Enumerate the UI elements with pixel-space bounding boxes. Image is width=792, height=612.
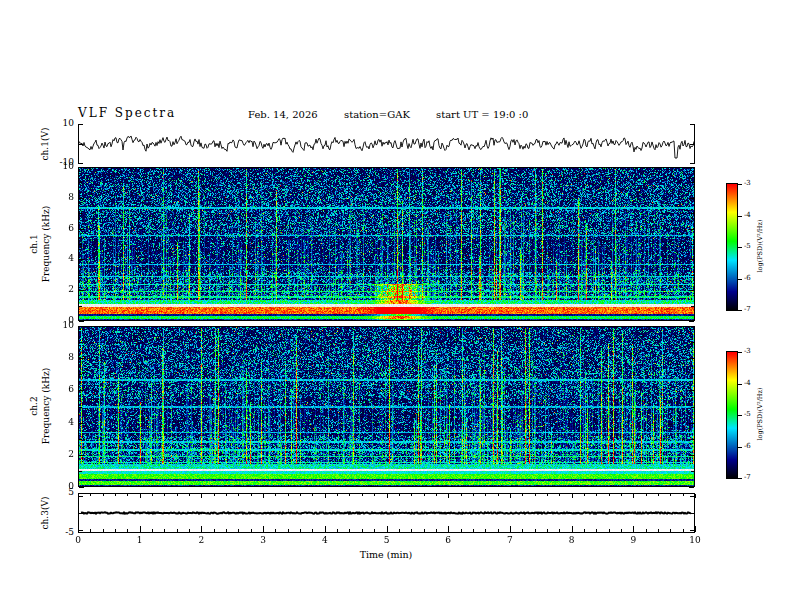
tick-mark (164, 494, 165, 496)
tick-mark (275, 529, 276, 532)
x-axis-label: Time (min) (346, 549, 426, 560)
tick-mark (79, 530, 83, 531)
tick-mark (584, 529, 585, 532)
ch2-spec-channel-label: ch.2 (29, 396, 39, 415)
tick-mark (621, 529, 622, 532)
ch2-spec-ytick-label: 0 (56, 482, 74, 492)
ch2-colorbar-tick-label: -7 (744, 474, 751, 482)
tick-mark (325, 526, 326, 532)
tick-mark (690, 496, 694, 497)
tick-mark (238, 494, 239, 496)
ch2-colorbar-canvas (727, 352, 737, 478)
tick-mark (79, 124, 83, 125)
tick-mark (79, 275, 82, 276)
tick-mark (399, 494, 400, 496)
tick-mark (79, 244, 82, 245)
tick-mark (140, 494, 141, 498)
tick-mark (691, 182, 694, 183)
tick-mark (691, 439, 694, 440)
tick-mark (461, 494, 462, 496)
tick-mark (609, 529, 610, 532)
tick-mark (103, 529, 104, 532)
tick-mark (510, 526, 511, 532)
tick-mark (79, 513, 83, 514)
ch1-colorbar-tick-label: -7 (744, 306, 751, 314)
tick-mark (79, 423, 84, 424)
tick-mark (738, 352, 742, 353)
tick-mark (115, 529, 116, 532)
tick-mark (79, 198, 84, 199)
tick-mark (362, 494, 363, 496)
tick-mark (694, 124, 695, 164)
tick-mark (436, 494, 437, 496)
ch2-spec-ytick-label: 2 (56, 450, 74, 460)
ch1-spec-ytick-label: 4 (56, 254, 74, 264)
tick-mark (79, 390, 84, 391)
tick-mark (275, 494, 276, 496)
x-tick-label: 3 (253, 536, 273, 546)
tick-mark (79, 290, 84, 291)
tick-mark (226, 529, 227, 532)
x-tick-label: 7 (500, 536, 520, 546)
tick-mark (738, 384, 742, 385)
tick-mark (690, 163, 694, 164)
ch1-spec-ylabel: Frequency (kHz) (41, 206, 51, 283)
tick-mark (689, 390, 694, 391)
tick-mark (689, 167, 694, 168)
ch2-colorbar-tick-label: -5 (744, 411, 751, 419)
ch1-spec-channel-label: ch.1 (29, 234, 39, 253)
tick-mark (288, 494, 289, 496)
tick-mark (691, 244, 694, 245)
tick-mark (670, 494, 671, 496)
ch2-spec-ylabel: Frequency (kHz) (41, 368, 51, 445)
ch1-spectrogram-canvas (79, 168, 694, 320)
tick-mark (689, 423, 694, 424)
ch1-spec-ytick-label: 6 (56, 224, 74, 234)
tick-mark (411, 494, 412, 496)
tick-mark (79, 182, 82, 183)
tick-mark (683, 494, 684, 496)
tick-mark (498, 529, 499, 532)
tick-mark (621, 494, 622, 496)
tick-mark (738, 184, 742, 185)
tick-mark (263, 526, 264, 532)
tick-mark (79, 342, 82, 343)
tick-mark (689, 229, 694, 230)
tick-mark (738, 447, 742, 448)
tick-mark (226, 494, 227, 496)
tick-mark (79, 144, 83, 145)
tick-mark (90, 494, 91, 496)
header-date: Feb. 14, 2026 (248, 109, 318, 120)
ch1-colorbar-tick-label: -3 (744, 180, 751, 188)
tick-mark (79, 326, 84, 327)
ch2-colorbar-tick-label: -3 (744, 348, 751, 356)
tick-mark (387, 494, 388, 498)
tick-mark (690, 124, 694, 125)
tick-mark (189, 529, 190, 532)
tick-mark (436, 529, 437, 532)
tick-mark (79, 167, 84, 168)
ch1-waveform-panel (78, 124, 695, 164)
tick-mark (535, 494, 536, 496)
tick-mark (448, 494, 449, 498)
tick-mark (251, 494, 252, 496)
tick-mark (79, 496, 83, 497)
tick-mark (689, 290, 694, 291)
ch1-spec-ytick-label: 8 (56, 193, 74, 203)
tick-mark (103, 494, 104, 496)
tick-mark (596, 494, 597, 496)
tick-mark (325, 494, 326, 498)
tick-mark (263, 494, 264, 498)
tick-mark (424, 529, 425, 532)
tick-mark (738, 216, 742, 217)
ch2-colorbar-tick-label: -6 (744, 443, 751, 451)
ch2-spec-ytick-label: 6 (56, 385, 74, 395)
tick-mark (374, 494, 375, 496)
tick-mark (559, 529, 560, 532)
tick-mark (312, 529, 313, 532)
tick-mark (214, 494, 215, 496)
ch1-waveform-canvas (78, 124, 695, 164)
tick-mark (658, 494, 659, 496)
tick-mark (596, 529, 597, 532)
ch1-colorbar-label: log(PSD)(V²/Hz) (756, 220, 764, 273)
